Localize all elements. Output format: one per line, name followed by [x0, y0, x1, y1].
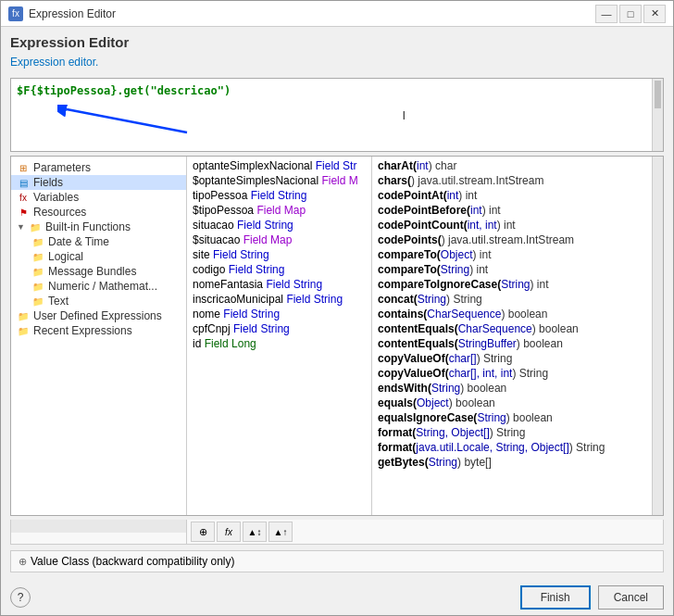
- middle-list-item[interactable]: $tipoPessoa Field Map: [187, 203, 371, 218]
- tree-item-user[interactable]: 📁 User Defined Expressions: [11, 308, 186, 323]
- right-list-item: copyValueOf(char[], int, int) String: [372, 366, 652, 381]
- left-scrollbar[interactable]: [11, 520, 186, 533]
- variables-icon: fx: [17, 191, 30, 204]
- tree-item-builtin-label: Built-in Functions: [45, 220, 131, 233]
- editor-scrollbar[interactable]: [652, 79, 663, 151]
- toolbar-btn-sort-desc[interactable]: ▲↑: [268, 522, 293, 542]
- tree-item-builtin[interactable]: ▼ 📁 Built-in Functions: [11, 220, 186, 234]
- middle-list-item[interactable]: cpfCnpj Field String: [187, 321, 371, 336]
- right-list-item: chars() java.util.stream.IntStream: [372, 173, 652, 188]
- tree-item-logical[interactable]: 📁 Logical: [11, 249, 186, 264]
- right-list-item: format(java.util.Locale, String, Object[…: [372, 440, 652, 455]
- field-name: optanteSimplexNacional: [193, 159, 316, 172]
- panels-scrollbar[interactable]: [652, 157, 663, 515]
- field-type: Field String: [266, 278, 322, 291]
- value-class-expand-icon: ⊕: [19, 556, 27, 568]
- user-folder-icon: 📁: [17, 309, 30, 322]
- toolbar-btn-sort-asc[interactable]: ▲↕: [243, 522, 267, 542]
- middle-list-item[interactable]: inscricaoMunicipal Field String: [187, 292, 371, 307]
- right-list-item: contentEquals(CharSequence) boolean: [372, 321, 652, 336]
- left-panel[interactable]: ⊞ Parameters ▤ Fields fx Variables: [11, 157, 187, 515]
- middle-list-item[interactable]: $situacao Field Map: [187, 233, 371, 247]
- maximize-button[interactable]: □: [619, 5, 642, 23]
- message-folder-icon: 📁: [31, 265, 44, 278]
- tree-item-recent[interactable]: 📁 Recent Expressions: [11, 323, 186, 338]
- panels-container: ⊞ Parameters ▤ Fields fx Variables: [10, 156, 664, 516]
- field-type: Field String: [213, 248, 269, 261]
- field-name: nomeFantasia: [193, 278, 266, 291]
- middle-list-item[interactable]: situacao Field String: [187, 218, 371, 233]
- logical-folder-icon: 📁: [31, 250, 44, 263]
- middle-list-item[interactable]: nome Field String: [187, 307, 371, 321]
- bottom-toolbar-container: ⊕ fx ▲↕ ▲↑: [10, 520, 664, 545]
- tree-item-datetime-label: Date & Time: [48, 235, 109, 248]
- minimize-button[interactable]: —: [595, 5, 618, 23]
- page-title: Expression Editor: [10, 34, 664, 50]
- tree-item-text[interactable]: 📁 Text: [11, 294, 186, 308]
- tree-item-datetime[interactable]: 📁 Date & Time: [11, 234, 186, 249]
- title-bar: fx Expression Editor — □ ✕: [1, 1, 673, 27]
- right-list-item: codePoints() java.util.stream.IntStream: [372, 233, 652, 247]
- tree-item-fields-label: Fields: [33, 176, 63, 189]
- help-button[interactable]: ?: [10, 587, 31, 608]
- recent-folder-icon: 📁: [17, 324, 30, 337]
- middle-list-item[interactable]: tipoPessoa Field String: [187, 188, 371, 203]
- expression-editor-box[interactable]: $F{$tipoPessoa}.get("descricao") I: [10, 78, 664, 152]
- footer-buttons: Finish Cancel: [520, 585, 664, 610]
- cancel-button[interactable]: Cancel: [598, 585, 664, 610]
- field-type: Field String: [251, 189, 307, 202]
- field-type: Field Map: [256, 204, 306, 217]
- cursor-indicator: I: [402, 108, 406, 122]
- right-list-item: copyValueOf(char[]) String: [372, 351, 652, 366]
- field-name: site: [193, 248, 213, 261]
- right-list-item: compareTo(String) int: [372, 262, 652, 277]
- field-name: cpfCnpj: [193, 322, 233, 335]
- middle-list-item[interactable]: $optanteSimplesNacional Field M: [187, 173, 371, 188]
- field-type: Field String: [233, 322, 290, 335]
- window-icon: fx: [8, 6, 23, 21]
- expression-editor-window: fx Expression Editor — □ ✕ Expression Ed…: [0, 0, 674, 616]
- title-bar-controls: — □ ✕: [595, 5, 666, 23]
- finish-button[interactable]: Finish: [520, 585, 591, 610]
- field-name: $situacao: [193, 233, 243, 246]
- middle-panel[interactable]: optanteSimplexNacional Field Str$optante…: [187, 157, 372, 515]
- middle-list-item[interactable]: codigo Field String: [187, 262, 371, 277]
- field-type: Field Str: [316, 159, 357, 172]
- right-list-item: format(String, Object[]) String: [372, 425, 652, 440]
- field-type: Field String: [229, 263, 285, 276]
- datetime-folder-icon: 📁: [31, 235, 44, 248]
- tree-item-message[interactable]: 📁 Message Bundles: [11, 264, 186, 279]
- tree-item-message-label: Message Bundles: [48, 265, 136, 278]
- right-panel[interactable]: charAt(int) charchars() java.util.stream…: [372, 157, 652, 515]
- right-list-item: endsWith(String) boolean: [372, 381, 652, 396]
- right-list-item: equalsIgnoreCase(String) boolean: [372, 410, 652, 425]
- tree-item-text-label: Text: [48, 295, 69, 308]
- close-button[interactable]: ✕: [643, 5, 666, 23]
- tree-item-parameters[interactable]: ⊞ Parameters: [11, 160, 186, 175]
- middle-list-item[interactable]: optanteSimplexNacional Field Str: [187, 158, 371, 173]
- right-list-item: codePointBefore(int) int: [372, 203, 652, 218]
- toolbar-btn-fx[interactable]: fx: [217, 522, 241, 542]
- tree-item-resources[interactable]: ⚑ Resources: [11, 205, 186, 220]
- resources-icon: ⚑: [17, 206, 30, 219]
- builtin-expand-icon: ▼: [17, 222, 25, 232]
- title-bar-left: fx Expression Editor: [8, 6, 116, 21]
- middle-list-item[interactable]: site Field String: [187, 247, 371, 262]
- expression-text: $F{$tipoPessoa}.get("descricao"): [17, 84, 231, 97]
- field-type: Field Long: [205, 337, 256, 350]
- value-class-section[interactable]: ⊕ Value Class (backward compatibility on…: [10, 550, 664, 572]
- middle-list-item[interactable]: nomeFantasia Field String: [187, 277, 371, 292]
- tree-item-variables[interactable]: fx Variables: [11, 190, 186, 205]
- middle-list-item[interactable]: id Field Long: [187, 336, 371, 351]
- right-list-item: contains(CharSequence) boolean: [372, 307, 652, 321]
- text-folder-icon: 📁: [31, 295, 44, 308]
- right-list-item: charAt(int) char: [372, 158, 652, 173]
- toolbar-btn-add[interactable]: ⊕: [191, 522, 215, 542]
- right-list-item: codePointAt(int) int: [372, 188, 652, 203]
- field-name: nome: [193, 308, 223, 321]
- tree-item-fields[interactable]: ▤ Fields: [11, 175, 186, 190]
- value-class-label: Value Class (backward compatibility only…: [31, 555, 235, 568]
- tree-item-numeric[interactable]: 📁 Numeric / Mathemat...: [11, 279, 186, 294]
- numeric-folder-icon: 📁: [31, 280, 44, 293]
- bottom-toolbar: ⊕ fx ▲↕ ▲↑: [187, 520, 663, 544]
